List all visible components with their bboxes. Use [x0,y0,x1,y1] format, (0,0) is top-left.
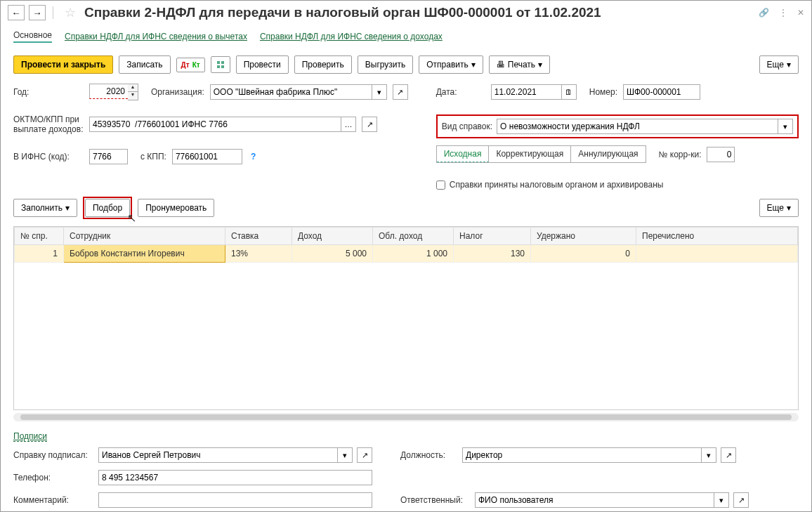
position-open-button[interactable]: ↗ [721,447,736,463]
oktmo-input[interactable] [89,117,341,132]
cell-income[interactable]: 5 000 [292,245,373,263]
col-emp[interactable]: Сотрудник [64,228,225,245]
printer-icon: 🖶 [497,60,505,70]
cell-tax[interactable]: 130 [454,245,531,263]
responsible-dropdown-button[interactable]: ▾ [714,492,729,508]
print-button[interactable]: 🖶 Печать ▾ [489,55,550,74]
year-up-button[interactable]: ▲ [128,84,138,92]
fill-button[interactable]: Заполнить ▾ [13,199,77,217]
favorite-star-icon[interactable]: ☆ [65,5,76,20]
phone-label: Телефон: [13,473,94,483]
ifns-label: В ИФНС (код): [13,152,84,162]
cell-withheld[interactable]: 0 [531,245,636,263]
position-dropdown-button[interactable]: ▾ [701,447,716,463]
cert-type-radio-group: Исходная Корректирующая Аннулирующая [436,145,646,163]
col-transferred[interactable]: Перечислено [636,228,798,245]
oktmo-label: ОКТМО/КПП при выплате доходов: [13,114,84,134]
year-input[interactable] [89,84,128,99]
col-income[interactable]: Доход [292,228,373,245]
kebab-menu-icon[interactable]: ⋮ [779,8,787,18]
col-rate[interactable]: Ставка [225,228,292,245]
comment-label: Комментарий: [13,495,94,505]
oktmo-open-button[interactable]: ↗ [362,117,377,132]
korr-label: № корр-ки: [659,150,702,159]
divider [53,6,53,19]
org-dropdown-button[interactable]: ▾ [372,84,387,100]
signatures-link[interactable]: Подписи [13,431,47,442]
col-tax-income[interactable]: Обл. доход [373,228,454,245]
year-down-button[interactable]: ▼ [128,92,138,100]
employees-table[interactable]: № спр. Сотрудник Ставка Доход Обл. доход… [13,226,799,410]
nav-back-button[interactable]: ← [8,5,25,20]
table-row[interactable]: 1 Бобров Константин Игоревич 13% 5 000 1… [15,245,798,263]
post-button[interactable]: Провести [236,55,289,74]
type-source-radio[interactable]: Исходная [437,146,490,162]
comment-input[interactable] [98,492,372,508]
col-num[interactable]: № спр. [15,228,64,245]
export-button[interactable]: Выгрузить [358,55,414,74]
chevron-down-icon: ▾ [787,60,791,70]
org-label: Организация: [151,87,204,97]
debit-credit-icon-button[interactable]: ДтКт [176,58,205,72]
position-label: Должность: [400,450,458,460]
horizontal-scrollbar[interactable] [13,413,799,421]
nav-forward-button[interactable]: → [29,5,46,20]
date-input[interactable] [491,84,561,100]
post-and-close-button[interactable]: Провести и закрыть [13,55,113,74]
cursor-pointer-icon: ↖ [127,211,136,225]
responsible-label: Ответственный: [400,495,471,505]
close-icon[interactable]: ✕ [797,8,804,18]
type-cancel-radio[interactable]: Аннулирующая [571,146,645,162]
cell-tax-income[interactable]: 1 000 [373,245,454,263]
date-calendar-button[interactable]: 🗓 [561,84,577,100]
col-withheld[interactable]: Удержано [531,228,636,245]
link-icon[interactable]: 🔗 [759,8,769,18]
kind-label: Вид справок: [442,122,492,131]
kpp-input[interactable] [172,149,242,164]
write-button[interactable]: Записать [119,55,170,74]
cell-num[interactable]: 1 [15,245,64,263]
kind-input[interactable] [497,119,778,134]
ifns-input[interactable] [89,149,128,164]
signed-label: Справку подписал: [13,450,94,460]
help-icon[interactable]: ? [251,152,256,162]
chevron-down-icon: ▾ [471,60,476,70]
korr-input[interactable] [707,147,735,162]
tab-income-link[interactable]: Справки НДФЛ для ИФНС сведения о доходах [260,32,443,41]
more-button[interactable]: Еще ▾ [759,55,799,74]
check-button[interactable]: Проверить [294,55,352,74]
signed-input[interactable] [98,447,337,463]
phone-input[interactable] [98,470,372,485]
renumber-button[interactable]: Пронумеровать [138,199,214,217]
tab-main[interactable]: Основное [13,30,52,43]
tab-deductions-link[interactable]: Справки НДФЛ для ИФНС сведения о вычетах [65,32,247,41]
table-more-button[interactable]: Еще ▾ [759,199,799,217]
org-input[interactable] [210,84,372,100]
accepted-checkbox[interactable] [436,180,445,190]
chevron-down-icon: ▾ [787,203,791,213]
position-input[interactable] [462,447,701,463]
pick-button[interactable]: Подбор [85,199,130,217]
svg-rect-1 [221,61,224,64]
org-open-button[interactable]: ↗ [393,84,408,100]
send-button[interactable]: Отправить ▾ [419,55,483,74]
kpp-label: с КПП: [140,152,166,162]
svg-rect-3 [221,65,224,68]
kind-dropdown-button[interactable]: ▾ [778,119,793,134]
col-tax[interactable]: Налог [454,228,531,245]
responsible-input[interactable] [475,492,714,508]
oktmo-select-button[interactable]: … [341,117,356,132]
cell-transferred[interactable] [636,245,798,263]
signed-open-button[interactable]: ↗ [357,447,372,463]
number-label: Номер: [589,87,617,97]
type-correct-radio[interactable]: Корректирующая [489,146,571,162]
svg-rect-0 [217,61,220,64]
cell-emp[interactable]: Бобров Константин Игоревич [64,245,225,263]
signed-dropdown-button[interactable]: ▾ [337,447,353,463]
cell-rate[interactable]: 13% [225,245,292,263]
number-input[interactable] [623,84,700,100]
chevron-down-icon: ▾ [538,60,542,70]
accepted-label: Справки приняты налоговым органом и архи… [450,180,664,190]
responsible-open-button[interactable]: ↗ [733,492,749,508]
structure-icon-button[interactable] [211,56,230,73]
